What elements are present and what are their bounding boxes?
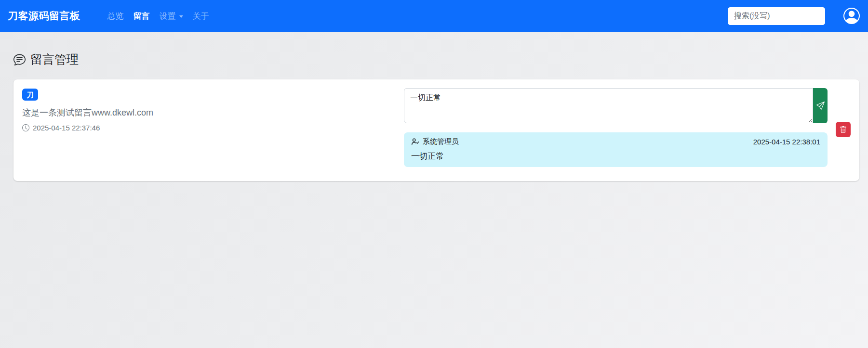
- nav-item-label: 留言: [134, 11, 150, 22]
- main-nav: 总览 留言 设置 关于: [103, 7, 214, 26]
- person-check-icon: [411, 138, 419, 146]
- nav-item-settings-dropdown[interactable]: 设置: [155, 7, 188, 26]
- delete-message-button[interactable]: [836, 122, 851, 137]
- reply-column: 一切正常: [404, 88, 828, 167]
- navbar-right: [728, 7, 860, 25]
- reply-input[interactable]: 一切正常: [404, 88, 813, 123]
- main-content: 留言管理 刀 这是一条测试留言www.dkewl.com 2025-04-15 …: [0, 52, 868, 181]
- send-reply-button[interactable]: [813, 88, 828, 123]
- message-content: 这是一条测试留言www.dkewl.com: [22, 107, 404, 118]
- existing-reply: 系统管理员 2025-04-15 22:38:01 一切正常: [404, 132, 828, 167]
- message-timestamp: 2025-04-15 22:37:46: [22, 124, 404, 132]
- nav-item-label: 总览: [107, 11, 124, 22]
- nav-item-messages[interactable]: 留言: [129, 7, 155, 26]
- reply-form: 一切正常: [404, 88, 828, 123]
- message-time-text: 2025-04-15 22:37:46: [33, 124, 100, 132]
- nav-item-overview[interactable]: 总览: [103, 7, 129, 26]
- reply-content: 一切正常: [411, 151, 820, 162]
- reply-author: 系统管理员: [411, 137, 459, 146]
- nav-item-about[interactable]: 关于: [188, 7, 214, 26]
- chat-text-icon: [13, 53, 26, 65]
- reply-header: 系统管理员 2025-04-15 22:38:01: [411, 137, 820, 146]
- reply-author-name: 系统管理员: [423, 137, 459, 146]
- reply-timestamp: 2025-04-15 22:38:01: [753, 138, 820, 146]
- chevron-down-icon: [179, 15, 183, 18]
- trash-icon: [840, 126, 847, 133]
- user-badge: 刀: [22, 89, 38, 101]
- page-header: 留言管理: [13, 52, 859, 67]
- nav-item-label: 设置: [160, 11, 176, 22]
- brand[interactable]: 刀客源码留言板: [8, 9, 80, 23]
- page-title: 留言管理: [30, 52, 79, 67]
- clock-icon: [22, 124, 29, 131]
- user-avatar-button[interactable]: [843, 7, 860, 25]
- message-card: 刀 这是一条测试留言www.dkewl.com 2025-04-15 22:37…: [13, 79, 859, 181]
- send-icon: [816, 102, 825, 110]
- person-circle-icon: [843, 8, 860, 24]
- message-info: 刀 这是一条测试留言www.dkewl.com 2025-04-15 22:37…: [22, 88, 404, 172]
- nav-item-label: 关于: [193, 11, 209, 22]
- search-input[interactable]: [728, 7, 825, 25]
- navbar: 刀客源码留言板 总览 留言 设置 关于: [0, 0, 868, 32]
- reply-area: 一切正常: [404, 88, 851, 172]
